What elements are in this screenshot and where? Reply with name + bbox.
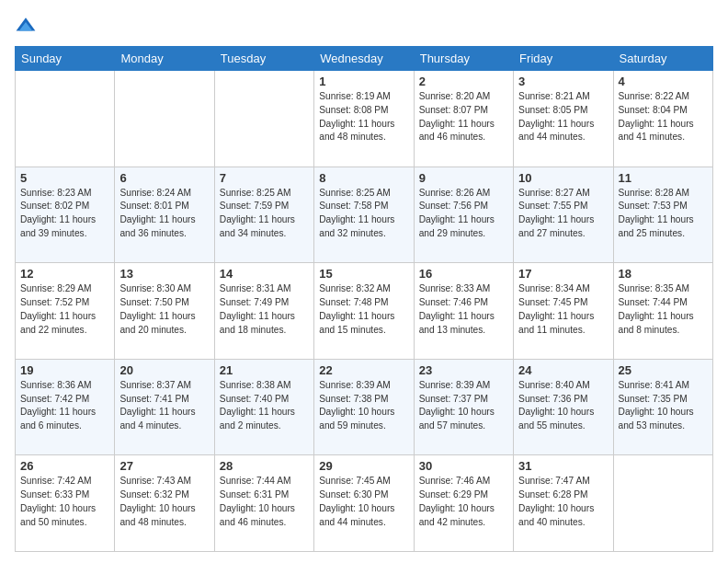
day-number: 1 [319,75,408,88]
day-number: 13 [119,267,209,281]
calendar-week-row: 12Sunrise: 8:29 AM Sunset: 7:52 PM Dayli… [16,263,713,360]
day-info: Sunrise: 8:35 AM Sunset: 7:44 PM Dayligh… [619,282,708,337]
day-info: Sunrise: 8:39 AM Sunset: 7:38 PM Dayligh… [319,379,408,433]
calendar-cell: 28Sunrise: 7:44 AM Sunset: 6:31 PM Dayli… [214,455,313,552]
day-number: 15 [319,267,408,281]
day-info: Sunrise: 8:24 AM Sunset: 8:01 PM Dayligh… [119,187,209,241]
day-number: 21 [220,363,309,377]
day-info: Sunrise: 8:25 AM Sunset: 7:59 PM Dayligh… [220,187,309,241]
logo-icon [15,15,37,37]
calendar-cell: 31Sunrise: 7:47 AM Sunset: 6:28 PM Dayli… [514,455,613,552]
calendar-header-sunday: Sunday [16,47,115,71]
day-info: Sunrise: 8:19 AM Sunset: 8:08 PM Dayligh… [319,90,408,144]
day-number: 28 [220,459,309,473]
calendar-cell: 19Sunrise: 8:36 AM Sunset: 7:42 PM Dayli… [16,359,115,455]
calendar-header-tuesday: Tuesday [214,47,313,71]
day-info: Sunrise: 8:41 AM Sunset: 7:35 PM Dayligh… [619,379,708,433]
calendar-cell: 29Sunrise: 7:45 AM Sunset: 6:30 PM Dayli… [314,455,414,552]
day-number: 23 [419,363,508,377]
day-info: Sunrise: 8:22 AM Sunset: 8:04 PM Dayligh… [619,90,708,144]
day-number: 14 [220,267,309,281]
calendar-header-monday: Monday [115,47,214,71]
calendar-cell: 15Sunrise: 8:32 AM Sunset: 7:48 PM Dayli… [314,263,414,360]
day-number: 29 [319,459,408,473]
day-info: Sunrise: 8:34 AM Sunset: 7:45 PM Dayligh… [518,282,608,337]
calendar-header-friday: Friday [514,47,613,71]
day-number: 25 [619,363,708,377]
calendar-week-row: 1Sunrise: 8:19 AM Sunset: 8:08 PM Daylig… [16,71,713,167]
calendar-cell: 22Sunrise: 8:39 AM Sunset: 7:38 PM Dayli… [314,359,414,455]
day-info: Sunrise: 8:20 AM Sunset: 8:07 PM Dayligh… [419,90,508,144]
calendar-cell [613,455,712,552]
day-info: Sunrise: 8:28 AM Sunset: 7:53 PM Dayligh… [619,187,708,241]
calendar-table: SundayMondayTuesdayWednesdayThursdayFrid… [15,46,713,552]
calendar-cell: 4Sunrise: 8:22 AM Sunset: 8:04 PM Daylig… [613,71,712,167]
day-number: 9 [419,171,508,185]
calendar-cell: 17Sunrise: 8:34 AM Sunset: 7:45 PM Dayli… [514,263,613,360]
day-number: 17 [518,267,608,281]
day-number: 8 [319,171,408,185]
day-info: Sunrise: 7:42 AM Sunset: 6:33 PM Dayligh… [20,475,109,529]
day-number: 27 [119,459,209,473]
day-info: Sunrise: 8:29 AM Sunset: 7:52 PM Dayligh… [20,282,109,337]
day-number: 20 [119,363,209,377]
calendar-cell: 9Sunrise: 8:26 AM Sunset: 7:56 PM Daylig… [414,167,513,263]
day-number: 2 [419,75,508,88]
day-number: 5 [20,171,109,185]
calendar-cell: 16Sunrise: 8:33 AM Sunset: 7:46 PM Dayli… [414,263,513,360]
calendar-cell [214,71,313,167]
day-info: Sunrise: 8:23 AM Sunset: 8:02 PM Dayligh… [20,187,109,241]
calendar-header-wednesday: Wednesday [314,47,414,71]
calendar-week-row: 19Sunrise: 8:36 AM Sunset: 7:42 PM Dayli… [16,359,713,455]
calendar-cell: 8Sunrise: 8:25 AM Sunset: 7:58 PM Daylig… [314,167,414,263]
calendar-cell [16,71,115,167]
calendar-cell: 3Sunrise: 8:21 AM Sunset: 8:05 PM Daylig… [514,71,613,167]
calendar-cell: 18Sunrise: 8:35 AM Sunset: 7:44 PM Dayli… [613,263,712,360]
day-number: 11 [619,171,708,185]
calendar-cell: 21Sunrise: 8:38 AM Sunset: 7:40 PM Dayli… [214,359,313,455]
day-number: 16 [419,267,508,281]
day-info: Sunrise: 7:46 AM Sunset: 6:29 PM Dayligh… [419,475,508,529]
day-info: Sunrise: 7:43 AM Sunset: 6:32 PM Dayligh… [119,475,209,529]
day-number: 18 [619,267,708,281]
calendar-week-row: 26Sunrise: 7:42 AM Sunset: 6:33 PM Dayli… [16,455,713,552]
calendar-header-row: SundayMondayTuesdayWednesdayThursdayFrid… [16,47,713,71]
calendar-cell: 30Sunrise: 7:46 AM Sunset: 6:29 PM Dayli… [414,455,513,552]
calendar-cell: 14Sunrise: 8:31 AM Sunset: 7:49 PM Dayli… [214,263,313,360]
calendar-cell: 1Sunrise: 8:19 AM Sunset: 8:08 PM Daylig… [314,71,414,167]
day-number: 31 [518,459,608,473]
day-number: 24 [518,363,608,377]
calendar-cell: 7Sunrise: 8:25 AM Sunset: 7:59 PM Daylig… [214,167,313,263]
day-info: Sunrise: 8:33 AM Sunset: 7:46 PM Dayligh… [419,282,508,337]
day-info: Sunrise: 8:40 AM Sunset: 7:36 PM Dayligh… [518,379,608,433]
day-info: Sunrise: 8:36 AM Sunset: 7:42 PM Dayligh… [20,379,109,433]
calendar-week-row: 5Sunrise: 8:23 AM Sunset: 8:02 PM Daylig… [16,167,713,263]
day-info: Sunrise: 8:26 AM Sunset: 7:56 PM Dayligh… [419,187,508,241]
calendar-cell: 27Sunrise: 7:43 AM Sunset: 6:32 PM Dayli… [115,455,214,552]
calendar-cell: 11Sunrise: 8:28 AM Sunset: 7:53 PM Dayli… [613,167,712,263]
page: SundayMondayTuesdayWednesdayThursdayFrid… [0,0,728,563]
calendar-cell: 10Sunrise: 8:27 AM Sunset: 7:55 PM Dayli… [514,167,613,263]
calendar-header-thursday: Thursday [414,47,513,71]
day-info: Sunrise: 8:21 AM Sunset: 8:05 PM Dayligh… [518,90,608,144]
calendar-cell: 12Sunrise: 8:29 AM Sunset: 7:52 PM Dayli… [16,263,115,360]
day-info: Sunrise: 8:37 AM Sunset: 7:41 PM Dayligh… [119,379,209,433]
day-number: 12 [20,267,109,281]
day-number: 7 [220,171,309,185]
logo [15,15,40,37]
day-info: Sunrise: 7:44 AM Sunset: 6:31 PM Dayligh… [220,475,309,529]
day-number: 30 [419,459,508,473]
day-info: Sunrise: 8:30 AM Sunset: 7:50 PM Dayligh… [119,282,209,337]
day-number: 3 [518,75,608,88]
calendar-cell: 20Sunrise: 8:37 AM Sunset: 7:41 PM Dayli… [115,359,214,455]
calendar-cell: 2Sunrise: 8:20 AM Sunset: 8:07 PM Daylig… [414,71,513,167]
day-info: Sunrise: 8:38 AM Sunset: 7:40 PM Dayligh… [220,379,309,433]
calendar-cell: 6Sunrise: 8:24 AM Sunset: 8:01 PM Daylig… [115,167,214,263]
day-number: 4 [619,75,708,88]
day-number: 6 [119,171,209,185]
day-number: 19 [20,363,109,377]
day-number: 22 [319,363,408,377]
calendar-cell: 23Sunrise: 8:39 AM Sunset: 7:37 PM Dayli… [414,359,513,455]
calendar-cell [115,71,214,167]
day-info: Sunrise: 8:31 AM Sunset: 7:49 PM Dayligh… [220,282,309,337]
